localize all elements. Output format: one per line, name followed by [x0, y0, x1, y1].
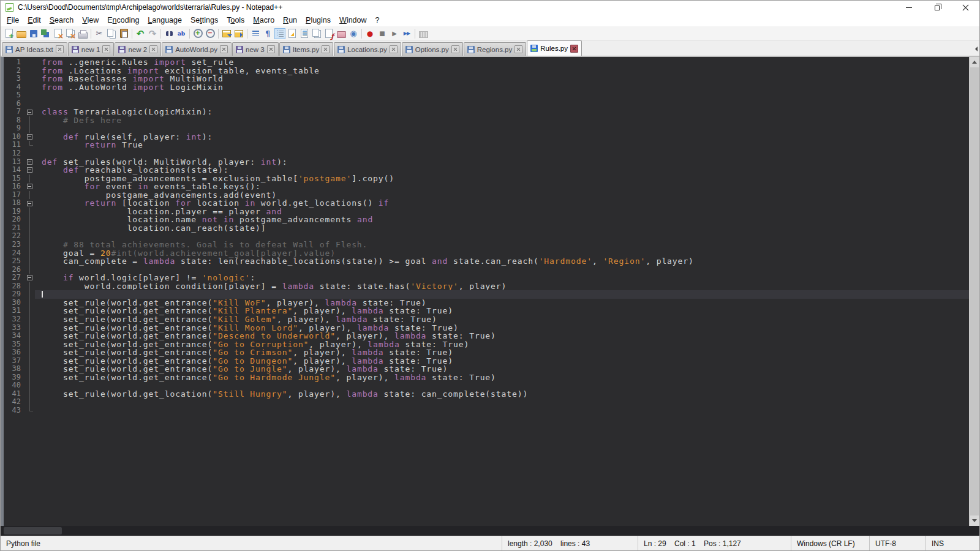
- menu-file[interactable]: File: [2, 15, 23, 26]
- menu-settings[interactable]: Settings: [186, 15, 222, 26]
- scroll-up-icon[interactable]: [970, 57, 979, 67]
- close-file-icon[interactable]: [53, 28, 64, 39]
- folder-as-workspace-icon[interactable]: [336, 28, 347, 39]
- close-tab-icon[interactable]: [267, 45, 275, 53]
- menu-encoding[interactable]: Encoding: [103, 15, 143, 26]
- code-line[interactable]: 12: [5, 149, 969, 158]
- save-icon[interactable]: [28, 28, 39, 39]
- macro-run-multiple-icon[interactable]: [401, 28, 412, 39]
- close-all-icon[interactable]: [65, 28, 76, 39]
- fold-marker-icon[interactable]: [24, 133, 35, 141]
- code-line[interactable]: 21 location.can_reach(state)]: [5, 224, 969, 233]
- redo-icon[interactable]: [147, 28, 158, 39]
- macro-play-icon[interactable]: [389, 28, 400, 39]
- code-line[interactable]: 24 goal = 20#int(world.achievement_goal[…: [5, 249, 969, 258]
- code-line[interactable]: 18 return [location for location in worl…: [5, 199, 969, 208]
- fold-marker-icon[interactable]: [24, 108, 35, 116]
- menu-[interactable]: ?: [371, 15, 384, 26]
- code-line[interactable]: 9: [5, 124, 969, 133]
- find-icon[interactable]: [164, 28, 175, 39]
- fold-marker-icon[interactable]: [24, 274, 35, 282]
- code-line[interactable]: 17 postgame_advancements.add(event): [5, 191, 969, 200]
- indent-guide-icon[interactable]: [274, 28, 285, 39]
- code-line[interactable]: 28 world.completion_condition[player] = …: [5, 282, 969, 291]
- code-line[interactable]: 14 def reachable_locations(state):: [5, 166, 969, 174]
- code-line[interactable]: 23 # 88 total achievements. Goal is to d…: [5, 241, 969, 249]
- tab-regions.py[interactable]: Regions.py: [464, 42, 527, 56]
- close-tab-icon[interactable]: [570, 45, 578, 53]
- menu-view[interactable]: View: [78, 15, 103, 26]
- code-line[interactable]: 26: [5, 266, 969, 274]
- hscroll-thumb[interactable]: [4, 527, 62, 534]
- tab-new-1[interactable]: new 1: [68, 42, 115, 56]
- close-tab-icon[interactable]: [102, 45, 110, 53]
- replace-icon[interactable]: [176, 28, 187, 39]
- paste-icon[interactable]: [118, 28, 129, 39]
- save-all-icon[interactable]: [40, 28, 51, 39]
- tab-items.py[interactable]: Items.py: [279, 42, 333, 56]
- horizontal-scrollbar[interactable]: [1, 526, 979, 536]
- code-line[interactable]: 37 set_rule(world.get_entrance("Go to Du…: [5, 357, 969, 365]
- scroll-down-icon[interactable]: [970, 515, 979, 526]
- menu-tools[interactable]: Tools: [222, 15, 249, 26]
- zoom-in-icon[interactable]: [192, 28, 203, 39]
- code-line[interactable]: 40: [5, 381, 969, 390]
- menu-window[interactable]: Window: [335, 15, 371, 26]
- tab-rules.py[interactable]: Rules.py: [527, 40, 582, 56]
- word-wrap-icon[interactable]: [250, 28, 261, 39]
- fold-marker-icon[interactable]: [24, 182, 35, 191]
- code-line[interactable]: 39 set_rule(world.get_entrance("Go to Ha…: [5, 373, 969, 382]
- code-line[interactable]: 41 set_rule(world.get_location("Still Hu…: [5, 390, 969, 399]
- macro-stop-icon[interactable]: [377, 28, 388, 39]
- editor[interactable]: 1from ..generic.Rules import set_rule2fr…: [1, 57, 979, 526]
- tab-new-3[interactable]: new 3: [232, 42, 279, 56]
- close-window-button[interactable]: [951, 1, 979, 14]
- code-line[interactable]: 19 location.player == player and: [5, 208, 969, 216]
- close-tab-icon[interactable]: [514, 45, 522, 53]
- file-browser-icon[interactable]: [323, 28, 334, 39]
- macro-record-icon[interactable]: [364, 28, 375, 39]
- tab-autoworld.py[interactable]: AutoWorld.py: [162, 42, 232, 56]
- close-tab-icon[interactable]: [322, 45, 330, 53]
- macro-save-icon[interactable]: [418, 28, 429, 39]
- code-line[interactable]: 25 can_complete = lambda state: len(reac…: [5, 257, 969, 266]
- minimize-button[interactable]: [895, 1, 923, 14]
- undo-icon[interactable]: [135, 28, 146, 39]
- tab-ap-ideas.txt[interactable]: AP Ideas.txt: [2, 42, 67, 56]
- code-line[interactable]: 16 for event in events_table.keys():: [5, 182, 969, 191]
- menu-plugins[interactable]: Plugins: [301, 15, 335, 26]
- menu-language[interactable]: Language: [143, 15, 186, 26]
- function-list-icon[interactable]: [287, 28, 298, 39]
- code-line[interactable]: 2from .Locations import exclusion_table,…: [5, 67, 969, 75]
- close-tab-icon[interactable]: [451, 45, 459, 53]
- sync-vertical-scroll-icon[interactable]: [221, 28, 232, 39]
- code-line[interactable]: 27 if world.logic[player] != 'nologic':: [5, 274, 969, 282]
- code-line[interactable]: 34 set_rule(world.get_entrance("Descend …: [5, 332, 969, 340]
- tab-new-2[interactable]: new 2: [115, 42, 161, 56]
- document-list-icon[interactable]: [311, 28, 322, 39]
- vertical-scrollbar[interactable]: [969, 57, 979, 526]
- code-line[interactable]: 42: [5, 398, 969, 407]
- close-tab-icon[interactable]: [220, 45, 228, 53]
- menu-edit[interactable]: Edit: [23, 15, 45, 26]
- code-line[interactable]: 7class TerrariaLogic(LogicMixin):: [5, 108, 969, 116]
- close-tab-icon[interactable]: [56, 45, 64, 53]
- show-all-characters-icon[interactable]: [262, 28, 273, 39]
- code-line[interactable]: 1from ..generic.Rules import set_rule: [5, 58, 969, 67]
- code-line[interactable]: 4from ..AutoWorld import LogicMixin: [5, 83, 969, 92]
- menu-search[interactable]: Search: [45, 15, 78, 26]
- code-line[interactable]: 36 set_rule(world.get_entrance("Go to Cr…: [5, 348, 969, 357]
- code-line[interactable]: 13def set_rules(world: MultiWorld, playe…: [5, 158, 969, 167]
- code-line[interactable]: 15 postgame_advancements = exclusion_tab…: [5, 174, 969, 183]
- close-tab-icon[interactable]: [390, 45, 398, 53]
- sync-horizontal-scroll-icon[interactable]: [233, 28, 244, 39]
- code-line[interactable]: 8 # Defs here: [5, 116, 969, 125]
- code-line[interactable]: 22: [5, 232, 969, 241]
- fold-marker-icon[interactable]: [24, 158, 35, 167]
- code-line[interactable]: 11 return True: [5, 141, 969, 149]
- code-area[interactable]: 1from ..generic.Rules import set_rule2fr…: [5, 58, 969, 415]
- copy-icon[interactable]: [106, 28, 117, 39]
- menu-macro[interactable]: Macro: [249, 15, 279, 26]
- monitoring-icon[interactable]: [348, 28, 359, 39]
- tab-scroll-icon[interactable]: [973, 47, 978, 51]
